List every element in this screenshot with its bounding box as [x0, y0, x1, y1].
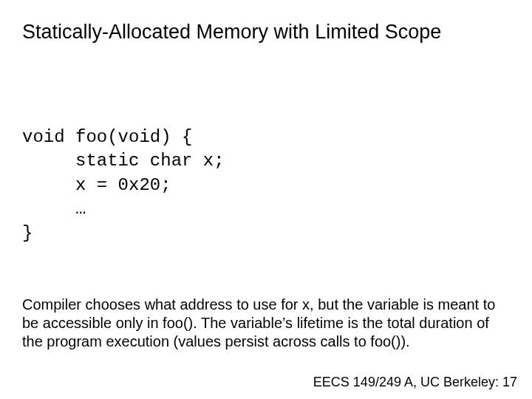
code-line-4: …: [22, 199, 86, 219]
slide-title: Statically-Allocated Memory with Limited…: [22, 21, 510, 44]
code-line-5: }: [22, 223, 33, 243]
code-block: void foo(void) { static char x; x = 0x20…: [22, 126, 225, 245]
body-text: Compiler chooses what address to use for…: [22, 296, 510, 351]
slide: Statically-Allocated Memory with Limited…: [0, 0, 532, 399]
code-line-2: static char x;: [22, 151, 225, 171]
footer-text: EECS 149/249 A, UC Berkeley: 17: [313, 375, 517, 390]
code-line-1: void foo(void) {: [22, 127, 192, 147]
code-line-3: x = 0x20;: [22, 175, 171, 195]
